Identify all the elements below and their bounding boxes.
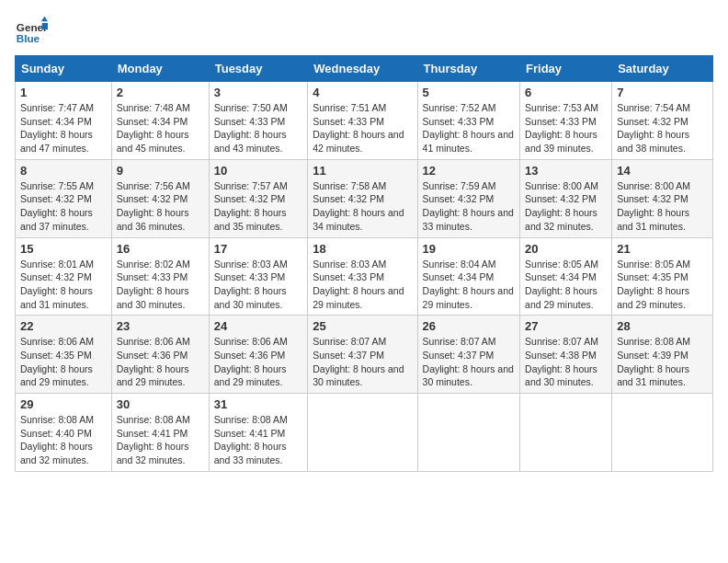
day-number: 13	[525, 164, 607, 178]
cell-sun-info: Sunrise: 8:05 AMSunset: 4:35 PMDaylight:…	[617, 258, 708, 312]
day-number: 12	[423, 164, 515, 178]
header-saturday: Saturday	[612, 56, 713, 82]
day-number: 27	[525, 319, 607, 333]
calendar-cell: 27Sunrise: 8:07 AMSunset: 4:38 PMDayligh…	[520, 316, 612, 394]
calendar-week-row: 1Sunrise: 7:47 AMSunset: 4:34 PMDaylight…	[16, 82, 713, 160]
day-number: 5	[423, 86, 515, 99]
calendar-cell: 5Sunrise: 7:52 AMSunset: 4:33 PMDaylight…	[417, 82, 519, 160]
day-number: 16	[117, 242, 204, 256]
cell-sun-info: Sunrise: 7:53 AMSunset: 4:33 PMDaylight:…	[525, 101, 607, 155]
day-number: 18	[313, 242, 412, 256]
day-number: 6	[525, 86, 607, 99]
header-tuesday: Tuesday	[209, 56, 308, 82]
day-number: 30	[117, 397, 204, 411]
cell-sun-info: Sunrise: 8:00 AMSunset: 4:32 PMDaylight:…	[525, 179, 607, 234]
calendar-cell: 10Sunrise: 7:57 AMSunset: 4:32 PMDayligh…	[209, 159, 308, 237]
calendar-cell: 17Sunrise: 8:03 AMSunset: 4:33 PMDayligh…	[209, 237, 308, 316]
cell-sun-info: Sunrise: 7:47 AMSunset: 4:34 PMDaylight:…	[20, 101, 107, 155]
cell-sun-info: Sunrise: 7:55 AMSunset: 4:32 PMDaylight:…	[20, 179, 107, 234]
calendar-cell: 30Sunrise: 8:08 AMSunset: 4:41 PMDayligh…	[111, 394, 209, 472]
header-sunday: Sunday	[16, 56, 112, 82]
calendar-week-row: 22Sunrise: 8:06 AMSunset: 4:35 PMDayligh…	[16, 316, 713, 394]
svg-marker-2	[41, 17, 48, 21]
day-number: 17	[214, 242, 303, 256]
cell-sun-info: Sunrise: 8:02 AMSunset: 4:33 PMDaylight:…	[117, 258, 204, 312]
calendar-cell: 2Sunrise: 7:48 AMSunset: 4:34 PMDaylight…	[111, 82, 209, 160]
cell-sun-info: Sunrise: 8:08 AMSunset: 4:39 PMDaylight:…	[617, 335, 708, 389]
cell-sun-info: Sunrise: 8:06 AMSunset: 4:36 PMDaylight:…	[117, 335, 204, 389]
day-number: 21	[617, 242, 708, 256]
day-number: 15	[20, 242, 107, 256]
calendar-cell: 21Sunrise: 8:05 AMSunset: 4:35 PMDayligh…	[612, 237, 713, 316]
day-number: 19	[423, 242, 515, 256]
day-number: 23	[117, 319, 204, 333]
day-number: 10	[214, 164, 303, 178]
calendar-cell: 23Sunrise: 8:06 AMSunset: 4:36 PMDayligh…	[111, 316, 209, 394]
calendar-cell: 16Sunrise: 8:02 AMSunset: 4:33 PMDayligh…	[111, 237, 209, 316]
calendar-cell	[417, 394, 519, 472]
calendar-header-row: SundayMondayTuesdayWednesdayThursdayFrid…	[16, 56, 713, 82]
logo: General Blue	[15, 15, 48, 48]
day-number: 25	[313, 319, 412, 333]
day-number: 14	[617, 164, 708, 178]
calendar-week-row: 8Sunrise: 7:55 AMSunset: 4:32 PMDaylight…	[16, 159, 713, 237]
day-number: 26	[423, 319, 515, 333]
cell-sun-info: Sunrise: 8:01 AMSunset: 4:32 PMDaylight:…	[20, 258, 107, 312]
calendar-cell: 24Sunrise: 8:06 AMSunset: 4:36 PMDayligh…	[209, 316, 308, 394]
calendar-cell: 7Sunrise: 7:54 AMSunset: 4:32 PMDaylight…	[612, 82, 713, 160]
cell-sun-info: Sunrise: 8:06 AMSunset: 4:36 PMDaylight:…	[214, 335, 303, 389]
cell-sun-info: Sunrise: 8:03 AMSunset: 4:33 PMDaylight:…	[313, 258, 412, 312]
page-header: General Blue	[15, 15, 713, 48]
cell-sun-info: Sunrise: 8:07 AMSunset: 4:38 PMDaylight:…	[525, 335, 607, 389]
calendar-table: SundayMondayTuesdayWednesdayThursdayFrid…	[15, 55, 713, 472]
header-wednesday: Wednesday	[308, 56, 417, 82]
day-number: 7	[617, 86, 708, 99]
calendar-cell: 12Sunrise: 7:59 AMSunset: 4:32 PMDayligh…	[417, 159, 519, 237]
day-number: 31	[214, 397, 303, 411]
calendar-cell: 19Sunrise: 8:04 AMSunset: 4:34 PMDayligh…	[417, 237, 519, 316]
cell-sun-info: Sunrise: 8:08 AMSunset: 4:41 PMDaylight:…	[117, 413, 204, 467]
day-number: 11	[313, 164, 412, 178]
cell-sun-info: Sunrise: 8:05 AMSunset: 4:34 PMDaylight:…	[525, 258, 607, 312]
calendar-cell: 8Sunrise: 7:55 AMSunset: 4:32 PMDaylight…	[16, 159, 112, 237]
calendar-cell	[612, 394, 713, 472]
calendar-cell: 11Sunrise: 7:58 AMSunset: 4:32 PMDayligh…	[308, 159, 417, 237]
calendar-cell: 20Sunrise: 8:05 AMSunset: 4:34 PMDayligh…	[520, 237, 612, 316]
day-number: 1	[20, 86, 107, 99]
header-thursday: Thursday	[417, 56, 519, 82]
calendar-week-row: 15Sunrise: 8:01 AMSunset: 4:32 PMDayligh…	[16, 237, 713, 316]
calendar-cell: 26Sunrise: 8:07 AMSunset: 4:37 PMDayligh…	[417, 316, 519, 394]
calendar-cell: 3Sunrise: 7:50 AMSunset: 4:33 PMDaylight…	[209, 82, 308, 160]
cell-sun-info: Sunrise: 8:06 AMSunset: 4:35 PMDaylight:…	[20, 335, 107, 389]
calendar-cell: 1Sunrise: 7:47 AMSunset: 4:34 PMDaylight…	[16, 82, 112, 160]
cell-sun-info: Sunrise: 8:04 AMSunset: 4:34 PMDaylight:…	[423, 258, 515, 312]
header-monday: Monday	[111, 56, 209, 82]
cell-sun-info: Sunrise: 8:03 AMSunset: 4:33 PMDaylight:…	[214, 258, 303, 312]
day-number: 3	[214, 86, 303, 99]
cell-sun-info: Sunrise: 7:50 AMSunset: 4:33 PMDaylight:…	[214, 101, 303, 155]
cell-sun-info: Sunrise: 7:56 AMSunset: 4:32 PMDaylight:…	[117, 179, 204, 234]
calendar-cell: 14Sunrise: 8:00 AMSunset: 4:32 PMDayligh…	[612, 159, 713, 237]
calendar-cell: 31Sunrise: 8:08 AMSunset: 4:41 PMDayligh…	[209, 394, 308, 472]
calendar-cell: 25Sunrise: 8:07 AMSunset: 4:37 PMDayligh…	[308, 316, 417, 394]
logo-icon: General Blue	[15, 15, 48, 48]
svg-text:Blue: Blue	[17, 32, 40, 44]
calendar-cell	[308, 394, 417, 472]
cell-sun-info: Sunrise: 8:07 AMSunset: 4:37 PMDaylight:…	[313, 335, 412, 389]
cell-sun-info: Sunrise: 7:48 AMSunset: 4:34 PMDaylight:…	[117, 101, 204, 155]
cell-sun-info: Sunrise: 8:08 AMSunset: 4:40 PMDaylight:…	[20, 413, 107, 467]
day-number: 28	[617, 319, 708, 333]
day-number: 9	[117, 164, 204, 178]
calendar-cell: 29Sunrise: 8:08 AMSunset: 4:40 PMDayligh…	[16, 394, 112, 472]
calendar-cell: 13Sunrise: 8:00 AMSunset: 4:32 PMDayligh…	[520, 159, 612, 237]
calendar-cell: 4Sunrise: 7:51 AMSunset: 4:33 PMDaylight…	[308, 82, 417, 160]
calendar-cell	[520, 394, 612, 472]
header-friday: Friday	[520, 56, 612, 82]
calendar-cell: 18Sunrise: 8:03 AMSunset: 4:33 PMDayligh…	[308, 237, 417, 316]
calendar-cell: 28Sunrise: 8:08 AMSunset: 4:39 PMDayligh…	[612, 316, 713, 394]
calendar-cell: 22Sunrise: 8:06 AMSunset: 4:35 PMDayligh…	[16, 316, 112, 394]
day-number: 24	[214, 319, 303, 333]
svg-marker-3	[42, 23, 48, 29]
calendar-week-row: 29Sunrise: 8:08 AMSunset: 4:40 PMDayligh…	[16, 394, 713, 472]
day-number: 29	[20, 397, 107, 411]
